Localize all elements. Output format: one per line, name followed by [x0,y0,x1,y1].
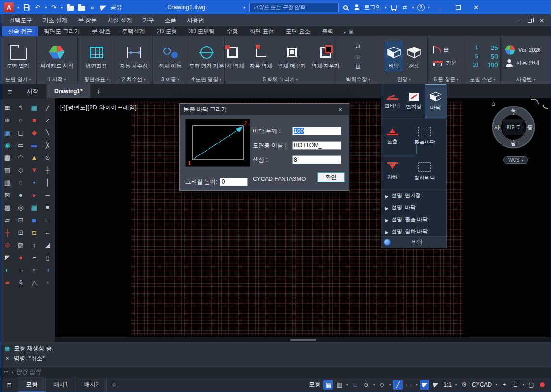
tool-icon[interactable]: ▤ [2,152,12,163]
ceiling-button[interactable]: 천장 [405,42,423,71]
tool-icon[interactable]: ▣ [2,127,12,138]
layout-tab-model[interactable]: 모형 [18,377,46,392]
tool-icon[interactable]: ▦ [29,102,39,113]
tool-icon[interactable]: ▼ [29,165,39,175]
login-caret-icon[interactable] [385,5,387,10]
rotate-left-arrow-icon[interactable]: ◂ [498,125,500,129]
tool-icon[interactable]: ■ [29,115,39,125]
menu-item[interactable]: 문 창문 [73,14,102,26]
face-assign-button[interactable]: 면지정 [403,84,425,118]
snap-value-button[interactable]: 50 [482,53,498,60]
tool-icon[interactable]: ▫ [29,264,39,275]
user-guide-button[interactable]: 사용 안내 [502,57,542,70]
workspace-button[interactable]: CYCAD [470,381,493,388]
redo-button[interactable] [50,2,58,12]
tool-icon[interactable]: ◑ [42,264,53,275]
document-restore-button[interactable] [528,19,532,23]
group-label-ceiling[interactable]: 천장 [380,75,427,84]
tool-icon[interactable]: ◢ [42,239,53,250]
rotate-right-arrow-icon[interactable]: ▸ [527,125,529,129]
ribbon-tab[interactable]: 수정 [220,26,244,36]
tool-icon[interactable]: ▲ [29,152,39,163]
annotation-scale-button[interactable]: 1:1 [442,381,453,388]
tool-icon[interactable]: ⌂ [15,115,26,125]
tool-icon[interactable]: ▸ [29,190,39,200]
viewcube-compass-ring[interactable]: 북 남 서 동 ▴ ▾ ◂ ▸ 평면도 [492,106,535,149]
tool-icon[interactable]: ▢ [15,127,26,138]
tool-icon[interactable]: ▥ [2,177,12,188]
dialog-titlebar[interactable]: 돌출 바닥 그리기 × [180,104,349,115]
cycad-start-button[interactable]: 싸이캐드 시작 [38,42,75,71]
undo-button[interactable] [34,2,41,12]
rotate-counterclockwise-icon[interactable] [543,105,548,109]
share-button[interactable] [99,2,107,12]
tool-icon[interactable]: ╲ [42,127,53,138]
status-menu-button[interactable] [0,377,18,392]
selection-caret-icon[interactable] [415,382,418,387]
tool-icon[interactable]: ▯ [42,252,53,262]
tool-icon[interactable]: ● [15,190,26,200]
tool-icon[interactable]: ▭ [15,140,26,150]
viewcube-plan-face[interactable]: 평면도 [503,119,524,135]
polar-tracking-toggle[interactable]: ⊙ [361,380,371,390]
group-label-move[interactable]: 3 이동 [153,75,188,84]
rect-wall-button[interactable]: 사각 벽체 [219,42,245,71]
canvas-horizontal-scrollbar[interactable] [55,337,551,342]
login-label[interactable]: 로그인 [364,3,381,12]
new-layout-button[interactable]: + [107,377,121,392]
lineweight-toggle[interactable]: ╱ [393,380,403,390]
rotate-down-arrow-icon[interactable]: ▾ [513,139,514,143]
ortho-mode-toggle[interactable]: ∟ [350,380,360,390]
new-tab-button[interactable]: + [91,84,107,98]
snap-caret-icon[interactable] [345,382,349,387]
ribbon-tab[interactable]: 2D 도형 [151,26,183,36]
search-expand-icon[interactable] [244,5,246,10]
selection-cycling-toggle[interactable]: ▭ [404,380,414,390]
tool-icon[interactable]: ┼ [2,227,12,238]
tool-icon[interactable]: ┼ [42,165,53,175]
sink-button[interactable]: 침하 [381,154,403,189]
tool-icon[interactable]: ◇ [15,165,26,175]
snap-value-button[interactable]: 25 [482,44,498,51]
group-label-name[interactable]: 4 도면 명칭 [188,75,224,84]
command-close-icon[interactable]: ✕ [4,356,11,362]
tool-icon[interactable]: ⊞ [2,102,12,113]
rotate-up-arrow-icon[interactable]: ▴ [513,112,514,116]
exchange-button[interactable] [401,2,409,12]
group-label-start[interactable]: 1 시작 [37,75,77,84]
menu-item[interactable]: 사용법 [182,14,209,26]
tool-icon[interactable]: ▬ [29,140,39,150]
tool-icon[interactable]: ╳ [42,140,53,150]
tool-icon[interactable]: │ [42,177,53,188]
new-drawing-button[interactable] [77,2,85,12]
layer-name-input[interactable]: BOTTOM_ [292,141,341,150]
tool-icon[interactable]: ⊟ [15,214,26,225]
snap-value-button[interactable]: 1 [467,45,478,50]
save-button[interactable] [23,2,30,12]
group-label-walls[interactable]: 5 벽체 그리기 [225,75,336,84]
ribbon-tab[interactable]: 주택설계 [116,26,151,36]
tool-icon[interactable]: ↔ [42,227,53,238]
scrollbar-handle[interactable] [290,339,316,341]
help-button[interactable]: ? [417,4,425,11]
group-label-wall-edit[interactable]: 벽체수정 [336,75,380,84]
tool-icon[interactable]: ⊘ [2,239,12,250]
help-caret-icon[interactable] [428,5,430,10]
sink-floor-button[interactable]: 침하바닥 [403,154,446,189]
flyout-menu-item[interactable]: 설명_면지정 [381,190,446,202]
menu-item[interactable]: 가구 [137,14,159,26]
tool-icon[interactable]: ▧ [2,165,12,175]
object-snap-toggle[interactable]: ◇ [377,380,387,390]
undo-caret-icon[interactable] [45,5,47,10]
plane-coords-button[interactable]: 평면좌표 [84,42,109,71]
flyout-menu-item[interactable]: 설명_돌출 바닥 [381,214,446,226]
menu-item[interactable]: 선택도구 [4,14,37,26]
floor-button[interactable]: 바닥 [385,42,403,71]
group-label-open[interactable]: 도면 열기 [0,75,36,84]
model-space-label[interactable]: 모형 [307,380,322,389]
tool-icon[interactable]: § [15,277,26,287]
tool-icon[interactable]: ◉ [2,140,12,150]
snap-value-button[interactable]: 100 [482,61,498,69]
ribbon-panel-icon[interactable]: ▣ [349,29,353,34]
polar-caret-icon[interactable] [372,382,376,387]
